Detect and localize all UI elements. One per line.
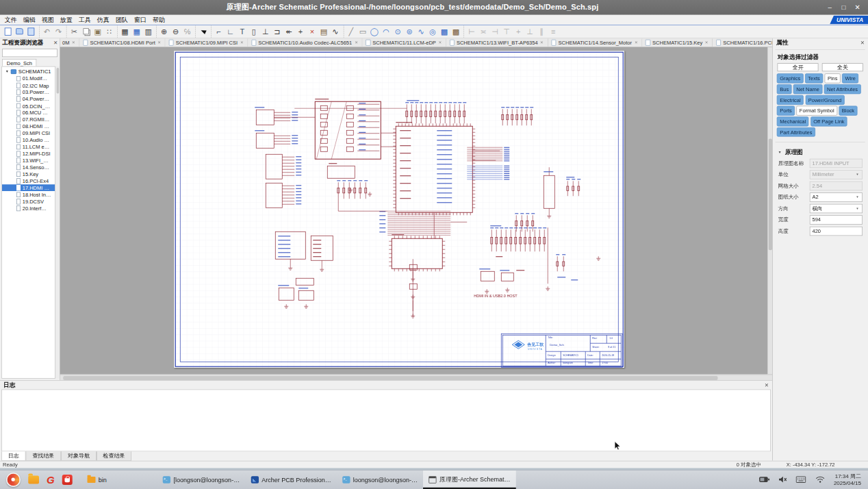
filter-toggle[interactable]: Power/Ground bbox=[806, 95, 845, 105]
grid-snap-icon[interactable]: ▦ bbox=[131, 26, 142, 38]
place-power-icon[interactable]: ∿ bbox=[329, 26, 341, 38]
all-on-button[interactable]: 全开 bbox=[778, 63, 819, 71]
property-field[interactable]: A2▼ bbox=[810, 192, 863, 201]
place-port-icon[interactable]: ⊐ bbox=[271, 26, 283, 38]
menu-item[interactable]: 帮助 bbox=[149, 16, 168, 25]
menu-item[interactable]: 编辑 bbox=[20, 16, 38, 25]
minimize-button[interactable]: – bbox=[825, 3, 834, 11]
tree-item[interactable]: 16.PCI-Ex4 bbox=[2, 177, 55, 184]
align-left-icon[interactable]: ⊢ bbox=[464, 26, 478, 38]
tree-expand-icon[interactable]: ▼ bbox=[5, 70, 8, 74]
filter-toggle[interactable]: Ports bbox=[777, 106, 795, 116]
filter-toggle[interactable]: Graphics bbox=[777, 73, 804, 83]
battery-icon[interactable] bbox=[758, 477, 769, 484]
menu-item[interactable]: 窗口 bbox=[131, 16, 149, 25]
tree-item[interactable]: 19.DCSV bbox=[2, 198, 55, 205]
place-sheet-icon[interactable]: ▩ bbox=[450, 26, 462, 38]
filter-toggle[interactable]: Bus bbox=[777, 84, 791, 94]
property-field[interactable]: 横向▼ bbox=[810, 204, 863, 213]
grid-style-icon[interactable]: ▥ bbox=[142, 26, 154, 38]
taskbar-window-button[interactable]: 原理图-Archer Schemat… bbox=[423, 471, 516, 489]
tree-item[interactable]: 11.LCM e… bbox=[2, 143, 55, 150]
filter-toggle[interactable]: Net Attributes bbox=[824, 84, 861, 94]
project-search-input[interactable] bbox=[2, 49, 58, 57]
tree-item[interactable]: 18.Host In… bbox=[2, 191, 55, 198]
maximize-button[interactable]: □ bbox=[839, 3, 848, 11]
save-file-icon[interactable] bbox=[25, 26, 37, 38]
tab-close-icon[interactable]: ✕ bbox=[72, 40, 75, 45]
draw-arc-icon[interactable]: ◠ bbox=[380, 26, 392, 38]
tree-item[interactable]: 15.Key bbox=[2, 171, 55, 177]
place-net-label-icon[interactable]: Т bbox=[236, 26, 248, 38]
align-center-h-icon[interactable]: ≍ bbox=[478, 26, 489, 38]
sheet-tab[interactable]: SCHEMATIC1/13.WIFI_BT-AP6354✕ bbox=[446, 38, 548, 47]
tree-item[interactable]: 14.Senso… bbox=[2, 164, 55, 171]
tree-root-schematic1[interactable]: ▼ SCHEMATIC1 bbox=[2, 68, 55, 75]
close-button[interactable]: ✕ bbox=[852, 3, 862, 11]
tree-item[interactable]: 08.HDMI … bbox=[2, 123, 55, 129]
all-off-button[interactable]: 全关 bbox=[822, 63, 863, 71]
sheet-tab[interactable]: SCHEMATIC1/16.PCI-Ex4✕ bbox=[713, 38, 772, 47]
filter-toggle[interactable]: Electrical bbox=[777, 95, 804, 105]
tree-item[interactable]: 20.Interf… bbox=[2, 205, 55, 212]
zoom-in-icon[interactable]: ⊕ bbox=[156, 26, 170, 38]
align-top-icon[interactable]: ⊤ bbox=[501, 26, 513, 38]
align-right-icon[interactable]: ⊣ bbox=[489, 26, 501, 38]
draw-rect-icon[interactable]: ▭ bbox=[357, 26, 368, 38]
tab-close-icon[interactable]: ✕ bbox=[158, 40, 162, 45]
select-cursor-icon[interactable] bbox=[195, 26, 209, 38]
tree-item[interactable]: 17.HDMI … bbox=[2, 184, 55, 191]
array-place-icon[interactable]: ∷ bbox=[103, 26, 115, 38]
clock[interactable]: 17:34 周二 2025/04/15 bbox=[834, 473, 861, 486]
place-part-icon[interactable]: ▤ bbox=[318, 26, 329, 38]
tree-item[interactable]: 10.Audio … bbox=[2, 136, 55, 143]
place-offpage-icon[interactable]: ↞ bbox=[283, 26, 294, 38]
draw-polygon-icon[interactable]: ⊚ bbox=[404, 26, 416, 38]
tab-close-icon[interactable]: ✕ bbox=[355, 40, 358, 45]
tab-close-icon[interactable]: ✕ bbox=[705, 40, 709, 45]
open-file-icon[interactable] bbox=[14, 26, 25, 38]
bin-folder-shortcut[interactable]: bin bbox=[88, 476, 107, 484]
filter-toggle[interactable]: Part Attributes bbox=[777, 127, 815, 137]
place-wire-icon[interactable]: ⌐ bbox=[211, 26, 225, 38]
filter-toggle[interactable]: Net Name bbox=[793, 84, 822, 94]
place-ground-icon[interactable]: ⊥ bbox=[259, 26, 271, 38]
volume-muted-icon[interactable] bbox=[778, 476, 787, 484]
filter-toggle[interactable]: Pins bbox=[825, 73, 841, 83]
close-icon[interactable]: ✕ bbox=[765, 382, 769, 388]
menu-item[interactable]: 仿真 bbox=[94, 16, 112, 25]
menu-item[interactable]: 放置 bbox=[57, 16, 75, 25]
sheet-tab[interactable]: SCHEMATIC1/10.Audio Codec-ALC5651✕ bbox=[248, 38, 362, 47]
paste-icon[interactable]: ▣ bbox=[92, 26, 103, 38]
place-bus-icon[interactable]: ∟ bbox=[225, 26, 236, 38]
menu-item[interactable]: 视图 bbox=[38, 16, 57, 25]
filter-toggle[interactable]: Off Page Link bbox=[810, 116, 847, 126]
log-tab[interactable]: 日志 bbox=[1, 451, 26, 461]
schematic-canvas[interactable]: HDMI IN & USB2.0 HOST bbox=[60, 47, 772, 375]
place-block-icon[interactable]: ▯ bbox=[248, 26, 259, 38]
tab-close-icon[interactable]: ✕ bbox=[540, 40, 544, 45]
sheet-tab[interactable]: SCHEMATIC1/08.HDMI Port✕ bbox=[79, 38, 165, 47]
log-tab[interactable]: 检查结果 bbox=[97, 451, 132, 461]
property-field[interactable]: 420▼ bbox=[810, 227, 863, 236]
zoom-scale-icon[interactable]: ℅ bbox=[181, 26, 193, 38]
close-icon[interactable]: ✕ bbox=[53, 40, 58, 46]
close-icon[interactable]: ✕ bbox=[860, 40, 865, 46]
filter-toggle[interactable]: Block bbox=[839, 106, 857, 116]
taskbar-window-button[interactable]: loongson@loongson-… bbox=[337, 471, 423, 489]
distribute-v-icon[interactable]: ≡ bbox=[548, 26, 559, 38]
tree-item[interactable]: 13.WIFI_… bbox=[2, 157, 55, 164]
tree-item[interactable]: 07.RGMII… bbox=[2, 116, 55, 123]
keyboard-icon[interactable] bbox=[796, 477, 806, 484]
filter-toggle[interactable]: Texts bbox=[805, 73, 823, 83]
wifi-icon[interactable] bbox=[815, 477, 825, 484]
sheet-tab-partial[interactable]: 0M✕ bbox=[60, 38, 79, 47]
taskbar-window-button[interactable]: Archer PCB Profession… bbox=[245, 471, 337, 489]
tree-item[interactable]: 03.Power… bbox=[2, 89, 55, 96]
place-image-icon[interactable]: ▩ bbox=[439, 26, 450, 38]
project-tree-scrollbar[interactable] bbox=[55, 66, 60, 379]
tree-item[interactable]: 06.MCU … bbox=[2, 110, 55, 116]
sheet-tab[interactable]: SCHEMATIC1/15.Key✕ bbox=[642, 38, 713, 47]
file-manager-icon[interactable] bbox=[28, 475, 39, 484]
draw-circle-icon[interactable]: ◯ bbox=[368, 26, 380, 38]
